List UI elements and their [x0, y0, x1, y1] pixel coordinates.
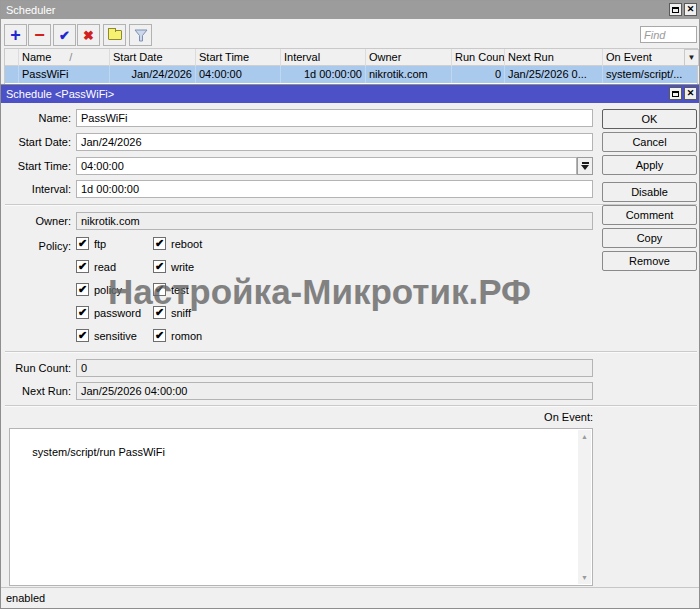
policy-password[interactable]: ✔password	[76, 306, 141, 319]
policy-item-label: sniff	[171, 307, 191, 319]
dialog-close-button[interactable]: ✕	[684, 87, 697, 100]
ok-button[interactable]: OK	[602, 109, 697, 129]
scheduler-title: Scheduler	[6, 4, 56, 16]
minus-icon: −	[34, 27, 45, 43]
policy-item-label: policy	[94, 284, 122, 296]
close-icon: ✕	[687, 89, 695, 98]
disable-button[interactable]: Disable	[602, 182, 697, 202]
policy-policy[interactable]: ✔policy	[76, 283, 122, 296]
header-on-event[interactable]: On Event	[603, 49, 684, 66]
header-start-time[interactable]: Start Time	[196, 49, 281, 66]
header-interval[interactable]: Interval	[281, 49, 366, 66]
policy-item-label: password	[94, 307, 141, 319]
checkbox-checked-icon[interactable]: ✔	[76, 237, 89, 250]
checkbox-checked-icon[interactable]: ✔	[76, 329, 89, 342]
comment-button[interactable]: Comment	[602, 205, 697, 225]
checkbox-checked-icon[interactable]: ✔	[76, 306, 89, 319]
policy-item-label: test	[171, 284, 189, 296]
filter-button[interactable]	[129, 24, 152, 46]
column-menu-button[interactable]: ▼	[684, 49, 699, 66]
on-event-label: On Event:	[1, 411, 593, 423]
remove-button[interactable]: Remove	[602, 251, 697, 271]
next-run-field: Jan/25/2026 04:00:00	[76, 382, 593, 400]
table-row[interactable]: PassWiFi Jan/24/2026 04:00:00 1d 00:00:0…	[5, 66, 697, 83]
disable-button[interactable]: ✖	[77, 24, 100, 46]
policy-romon[interactable]: ✔romon	[153, 329, 202, 342]
maximize-icon	[672, 7, 679, 13]
checkbox-checked-icon[interactable]: ✔	[76, 260, 89, 273]
separator	[5, 204, 697, 206]
policy-write[interactable]: ✔write	[153, 260, 194, 273]
row-start-date: Jan/24/2026	[110, 66, 196, 83]
start-time-dropdown-button[interactable]	[577, 157, 593, 175]
scrollbar[interactable]: ▲ ▼	[578, 430, 591, 584]
policy-label: Policy:	[1, 237, 71, 255]
scroll-up-icon[interactable]: ▲	[578, 430, 591, 443]
checkbox-checked-icon[interactable]: ✔	[153, 306, 166, 319]
dialog-titlebar[interactable]: Schedule <PassWiFi> ✕	[1, 85, 699, 103]
policy-ftp[interactable]: ✔ftp	[76, 237, 106, 250]
policy-item-label: sensitive	[94, 330, 137, 342]
comment-tool-button[interactable]	[103, 24, 126, 46]
policy-test[interactable]: ✔test	[153, 283, 189, 296]
row-start-time: 04:00:00	[196, 66, 281, 83]
policy-item-label: reboot	[171, 238, 202, 250]
scroll-down-icon[interactable]: ▼	[578, 571, 591, 584]
on-event-textarea[interactable]: system/script/run PassWiFi ▲ ▼	[9, 428, 593, 586]
cancel-button[interactable]: Cancel	[602, 132, 697, 152]
policy-item-label: romon	[171, 330, 202, 342]
close-button[interactable]: ✕	[684, 3, 697, 16]
row-owner: nikrotik.com	[366, 66, 452, 83]
policy-item-label: read	[94, 261, 116, 273]
start-time-field[interactable]	[76, 157, 577, 175]
policy-reboot[interactable]: ✔reboot	[153, 237, 202, 250]
checkbox-checked-icon[interactable]: ✔	[153, 237, 166, 250]
header-gutter[interactable]	[5, 49, 19, 66]
row-name: PassWiFi	[19, 66, 110, 83]
policy-item-label: write	[171, 261, 194, 273]
schedule-dialog: Schedule <PassWiFi> ✕ Name: Start Date: …	[0, 84, 700, 609]
header-name[interactable]: Name/	[19, 49, 110, 66]
dropdown-bar-icon	[582, 162, 589, 164]
run-count-label: Run Count:	[1, 359, 71, 377]
separator	[5, 405, 697, 407]
checkbox-checked-icon[interactable]: ✔	[153, 260, 166, 273]
policy-sniff[interactable]: ✔sniff	[153, 306, 191, 319]
scheduler-window-controls: ✕	[669, 3, 697, 16]
policy-read[interactable]: ✔read	[76, 260, 116, 273]
checkbox-checked-icon[interactable]: ✔	[153, 329, 166, 342]
copy-button[interactable]: Copy	[602, 228, 697, 248]
policy-sensitive[interactable]: ✔sensitive	[76, 329, 137, 342]
owner-label: Owner:	[1, 212, 71, 230]
start-date-field[interactable]	[76, 133, 593, 151]
dialog-maximize-button[interactable]	[669, 87, 682, 100]
enable-button[interactable]: ✔	[53, 24, 76, 46]
find-input[interactable]	[640, 26, 697, 43]
row-run-count: 0	[452, 66, 505, 83]
header-run-count[interactable]: Run Count	[452, 49, 505, 66]
plus-icon: +	[10, 26, 21, 44]
interval-field[interactable]	[76, 180, 593, 198]
checkbox-checked-icon[interactable]: ✔	[76, 283, 89, 296]
apply-button[interactable]: Apply	[602, 155, 697, 175]
scheduler-titlebar[interactable]: Scheduler ✕	[1, 1, 699, 19]
name-field[interactable]	[76, 109, 593, 127]
winbox-screen: Scheduler ✕ + − ✔ ✖ Name/ Start Date Sta…	[0, 0, 700, 609]
header-start-date[interactable]: Start Date	[110, 49, 196, 66]
maximize-button[interactable]	[669, 3, 682, 16]
row-next-run: Jan/25/2026 0...	[505, 66, 603, 83]
dialog-window-controls: ✕	[669, 87, 697, 100]
separator	[5, 351, 697, 353]
remove-button[interactable]: −	[28, 24, 51, 46]
owner-field: nikrotik.com	[76, 212, 593, 230]
header-owner[interactable]: Owner	[366, 49, 452, 66]
start-time-label: Start Time:	[1, 157, 71, 175]
scheduler-table: Name/ Start Date Start Time Interval Own…	[4, 48, 698, 85]
checkbox-checked-icon[interactable]: ✔	[153, 283, 166, 296]
header-next-run[interactable]: Next Run	[505, 49, 603, 66]
check-icon: ✔	[59, 28, 70, 43]
maximize-icon	[672, 91, 679, 97]
add-button[interactable]: +	[4, 24, 27, 46]
run-count-field: 0	[76, 359, 593, 377]
status-text: enabled	[6, 592, 45, 604]
